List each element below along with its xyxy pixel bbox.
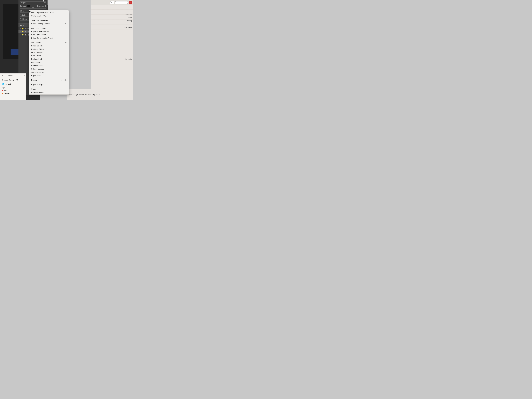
menu-label: Delete Current Lights Preset <box>31 37 53 39</box>
menu-item-center-mesh-in-view[interactable]: Center Mesh In View <box>29 14 69 18</box>
scrollbar-thumb[interactable] <box>47 0 48 5</box>
colorize-label: Colorize: <box>20 5 26 7</box>
menu-label: Close Tab Group <box>31 91 44 93</box>
eject-icon-1[interactable]: ⏏ <box>24 75 25 76</box>
ai-badge: Ai <box>129 1 132 4</box>
colorize-row: Colorize: Exposure: 0 <box>20 5 46 7</box>
menu-label: Export 3D Layer... <box>31 83 45 86</box>
menu-separator-22 <box>29 78 69 78</box>
menu-item-export-3d-layer...[interactable]: Export 3D Layer... <box>29 83 69 86</box>
menu-label: Save Lights Preset... <box>31 34 47 36</box>
tag-red[interactable]: Red <box>2 89 25 92</box>
menu-label: Export Mesh... <box>31 75 42 76</box>
orange-dot <box>2 93 3 94</box>
menu-item-replace-lights-presets...[interactable]: Replace Lights Presets... <box>29 30 69 33</box>
submenu-arrow-icon: ▶ <box>65 42 66 43</box>
menu-label: Delete Objects <box>31 45 43 47</box>
toolbar-right: 🛡 Ai <box>91 0 133 5</box>
menu-item-move-object-to-ground-plane[interactable]: Move Object to Ground Plane <box>29 11 69 14</box>
sidebar-item-network[interactable]: 🌐 Network <box>0 82 26 86</box>
menu-item-close[interactable]: Close <box>29 87 69 91</box>
menu-separator-26 <box>29 87 69 87</box>
menu-item-delete-objects[interactable]: Delete Objects <box>29 44 69 48</box>
submenu-arrow-icon: ▶ <box>65 23 66 25</box>
colorize-track[interactable] <box>20 8 46 9</box>
monitor-icon-1: 🖥 <box>2 75 3 77</box>
menu-item-replace-mesh[interactable]: Replace Mesh <box>29 57 69 61</box>
context-menu: Move Object to Ground PlaneCenter Mesh I… <box>29 10 69 95</box>
menu-label: Select Reference <box>31 71 44 73</box>
hotspot-value: 96 <box>44 2 46 4</box>
lights-tab-label: Lights <box>20 24 24 26</box>
menu-label: Add Objects <box>31 42 41 44</box>
light-icon-1: 💡 <box>22 28 24 30</box>
menu-label: Create Painting Overlay <box>31 23 50 25</box>
menu-item-add-lights-preset...[interactable]: Add Lights Preset... <box>29 26 69 30</box>
monitor-icon-2: 🖥 <box>2 79 3 81</box>
aeuserver-label: AEUServer <box>5 75 13 77</box>
menu-label: Select Instances <box>31 68 44 70</box>
menu-item-select-instances[interactable]: Select Instances <box>29 67 69 71</box>
shield-button[interactable]: 🛡 <box>110 1 114 4</box>
eye-icon-1[interactable]: 👁 <box>19 28 21 30</box>
light-icon-3: 💡 <box>22 34 24 36</box>
menu-label: Close <box>31 88 36 90</box>
menu-item-group-objects[interactable]: Group Objects <box>29 61 69 64</box>
hotspot-thumb[interactable] <box>43 0 44 2</box>
colorize-thumb[interactable] <box>32 7 34 9</box>
eye-icon-3[interactable]: 👁 <box>19 34 21 36</box>
menu-item-render[interactable]: Render⌥⇧⌘R <box>29 78 69 82</box>
menu-label: Duplicate Object <box>31 48 44 50</box>
gloss-label: Gloss: <box>20 10 25 12</box>
menu-label: Select Paintable Areas <box>31 19 49 21</box>
eye-icon-2[interactable]: 👁 <box>19 31 21 33</box>
menu-label: Center Mesh In View <box>31 15 47 17</box>
sidebar-item-aeuserver[interactable]: 🖥 AEUServer ⏏ <box>0 74 26 78</box>
menu-label: Render <box>31 79 37 81</box>
menu-label: Group Objects <box>31 61 42 63</box>
menu-separator-10 <box>29 40 69 40</box>
eject-icon-2[interactable]: ⏏ <box>24 79 25 81</box>
light-icon-2: 💡 <box>22 31 24 33</box>
red-dot <box>2 90 3 91</box>
red-label: Red <box>4 89 7 91</box>
ambience-label: Ambience: <box>20 18 28 20</box>
hotspot-slider-row: Hotspot: 96 <box>20 1 46 4</box>
menu-label: Reverse Order <box>31 65 43 67</box>
network-label: Network <box>5 83 11 85</box>
search-input[interactable] <box>115 1 128 4</box>
discussions-text: cussions <box>125 14 132 16</box>
menu-item-duplicate-object[interactable]: Duplicate Object <box>29 48 69 51</box>
colorize-slider-row <box>20 8 46 9</box>
menu-item-export-mesh...[interactable]: Export Mesh... <box>29 74 69 77</box>
menu-label: Bake Object <box>31 55 41 57</box>
tags-label: Tags <box>2 87 25 89</box>
menu-item-select-reference[interactable]: Select Reference <box>29 71 69 74</box>
tag-orange[interactable]: Orange <box>2 92 25 95</box>
menu-item-instance-object[interactable]: Instance Object <box>29 51 69 54</box>
sidebar-item-nas[interactable]: 🖥 AEU-Backup-NAS ⏏ <box>0 78 26 82</box>
exposure-value: 0 <box>45 5 46 7</box>
menu-label: Replace Mesh <box>31 58 42 60</box>
requirements-text: irements <box>125 58 132 60</box>
menu-item-close-tab-group[interactable]: Close Tab Group <box>29 91 69 94</box>
menu-shortcut: ⌥⇧⌘R <box>61 79 66 81</box>
menu-item-delete-current-lights-preset[interactable]: Delete Current Lights Preset <box>29 36 69 40</box>
hotspot-label: Hotspot: <box>20 2 26 4</box>
menu-item-save-lights-preset...[interactable]: Save Lights Preset... <box>29 33 69 36</box>
menu-item-select-paintable-areas[interactable]: Select Paintable Areas <box>29 19 69 22</box>
menu-item-reverse-order[interactable]: Reverse Order <box>29 64 69 67</box>
menu-label: Replace Lights Presets... <box>31 31 51 32</box>
color-swatch[interactable] <box>27 5 30 7</box>
working-text: vorking <box>126 20 132 22</box>
menu-label: Move Object to Ground Plane <box>31 12 54 14</box>
bottom-text: Wondering if anyone else is having the s… <box>69 94 100 95</box>
menu-item-bake-object[interactable]: Bake Object <box>29 54 69 57</box>
menu-item-add-objects[interactable]: Add Objects▶ <box>29 41 69 44</box>
bottom-content: Wondering if anyone else is having the s… <box>67 89 133 100</box>
tags-section: Tags Red Orange <box>0 86 26 95</box>
hotspot-track[interactable] <box>20 1 46 2</box>
menu-item-create-painting-overlay[interactable]: Create Painting Overlay▶ <box>29 22 69 25</box>
sidebar-bottom: 🖥 AEUServer ⏏ 🖥 AEU-Backup-NAS ⏏ 🌐 Netwo… <box>0 73 26 100</box>
orange-label: Orange <box>4 92 10 94</box>
